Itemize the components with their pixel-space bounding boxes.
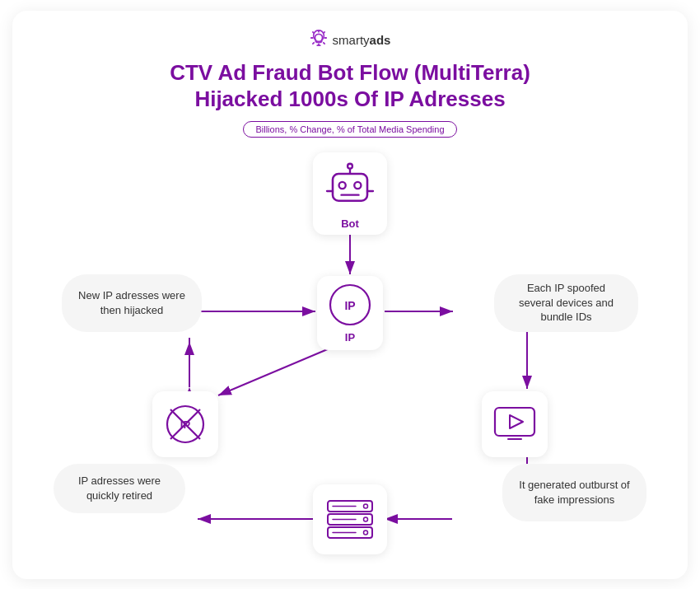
ip-icon: IP	[327, 282, 373, 328]
bot-icon	[321, 157, 379, 214]
svg-line-7	[312, 42, 313, 43]
svg-point-41	[364, 504, 368, 508]
svg-point-22	[339, 182, 346, 189]
svg-point-23	[354, 182, 361, 189]
textbox-impressions: It generated outburst of fake impression…	[502, 464, 646, 521]
card-retired-ip: IP	[152, 391, 218, 457]
page: smartyads CTV Ad Fraud Bot Flow (MultiTe…	[12, 11, 688, 579]
logo-icon	[310, 29, 328, 51]
card-ctv	[482, 391, 548, 457]
svg-text:IP: IP	[344, 299, 355, 312]
logo: smartyads	[310, 29, 391, 51]
svg-rect-21	[333, 174, 367, 201]
svg-point-26	[348, 164, 352, 169]
svg-line-14	[218, 348, 329, 395]
server-icon	[324, 498, 376, 540]
ip-label: IP	[345, 331, 355, 344]
diagram: Bot IP IP IP	[37, 152, 663, 563]
subtitle-badge: Billions, % Change, % of Total Media Spe…	[243, 121, 456, 138]
logo-text: smartyads	[333, 33, 391, 47]
svg-rect-31	[495, 408, 534, 436]
page-title: CTV Ad Fraud Bot Flow (MultiTerra) Hijac…	[170, 59, 530, 113]
card-ip: IP IP	[317, 276, 383, 350]
card-bot: Bot	[313, 152, 387, 235]
textbox-spoofed: Each IP spoofed several devices and bund…	[494, 274, 638, 332]
svg-point-43	[364, 531, 368, 535]
textbox-hijacked: New IP adresses were then hijacked	[62, 274, 202, 332]
card-server	[313, 484, 387, 554]
ctv-icon	[492, 404, 538, 444]
svg-marker-32	[510, 415, 523, 428]
bot-label: Bot	[341, 217, 359, 230]
svg-line-4	[323, 42, 324, 43]
svg-point-42	[364, 517, 368, 521]
retired-ip-icon: IP	[162, 401, 208, 447]
textbox-retired: IP adresses were quickly retired	[54, 464, 185, 513]
